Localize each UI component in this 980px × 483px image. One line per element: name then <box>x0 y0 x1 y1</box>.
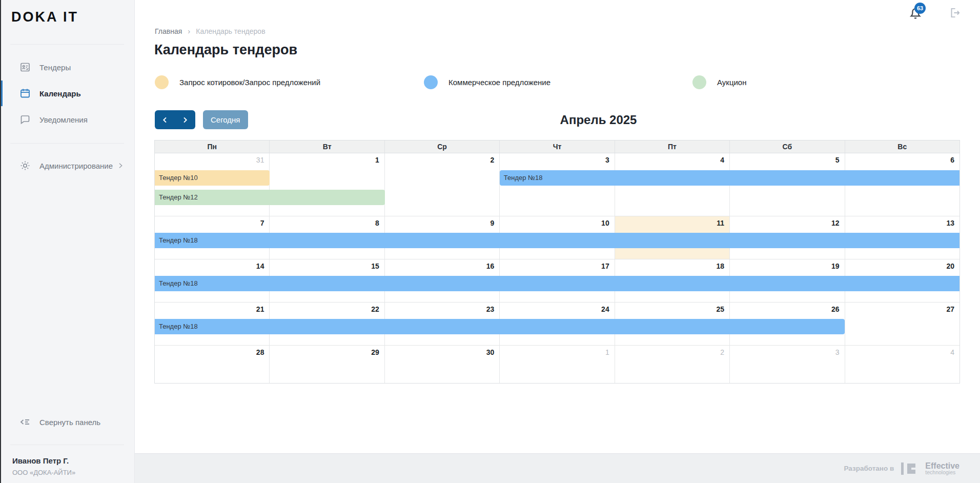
legend-dot-quote <box>155 75 169 89</box>
day-number: 4 <box>950 348 954 356</box>
sidebar: DOKA IT Тендеры Календарь <box>0 0 135 483</box>
chevron-right-icon <box>116 162 125 170</box>
day-number: 30 <box>486 348 495 356</box>
day-number: 25 <box>717 305 725 313</box>
day-number: 22 <box>371 305 379 313</box>
day-number: 16 <box>486 262 495 270</box>
day-cell[interactable]: 1 <box>500 346 615 383</box>
tenders-icon <box>19 61 31 73</box>
day-number: 28 <box>256 348 264 356</box>
day-number: 1 <box>605 348 609 356</box>
day-number: 13 <box>946 219 954 227</box>
calendar-event[interactable]: Тендер №18 <box>155 233 959 248</box>
day-number: 12 <box>831 219 840 227</box>
day-number: 8 <box>375 219 379 227</box>
day-cell[interactable]: 27 <box>845 303 959 345</box>
calendar-event[interactable]: Тендер №18 <box>155 319 845 334</box>
sidebar-item-calendar[interactable]: Календарь <box>0 80 135 106</box>
calendar-week-row: 21222324252627Тендер №18 <box>155 303 959 346</box>
calendar-grid: ПнВтСрЧтПтСбВс 31123456Тендер №10Тендер … <box>154 140 960 384</box>
day-number: 27 <box>946 305 954 313</box>
developed-by-label: Разработано в <box>844 465 894 472</box>
day-cell[interactable]: 2 <box>615 346 730 383</box>
prev-month-button[interactable] <box>155 110 175 129</box>
day-number: 17 <box>601 262 609 270</box>
calendar-event[interactable]: Тендер №10 <box>155 170 270 186</box>
day-number: 19 <box>831 262 840 270</box>
weekday-label: Сб <box>730 140 845 153</box>
brand-subtitle: technologies <box>925 470 959 475</box>
day-number: 24 <box>601 305 609 313</box>
notifications-icon <box>19 113 31 126</box>
weekday-label: Вт <box>270 140 384 153</box>
day-number: 5 <box>835 156 840 164</box>
day-cell[interactable]: 30 <box>385 346 500 383</box>
day-number: 9 <box>490 219 494 227</box>
day-cell[interactable]: 28 <box>155 346 270 383</box>
day-number: 1 <box>375 156 379 164</box>
legend-item-auction: Аукцион <box>692 75 747 89</box>
day-number: 26 <box>831 305 840 313</box>
day-number: 3 <box>835 348 840 356</box>
day-number: 11 <box>717 219 724 227</box>
footer: Разработано в Effective technologies <box>135 453 980 483</box>
sidebar-item-label: Уведомления <box>39 115 88 124</box>
calendar-event[interactable]: Тендер №18 <box>500 170 959 186</box>
page-title: Календарь тендеров <box>154 42 297 58</box>
day-cell[interactable]: 1 <box>270 153 384 216</box>
user-name: Иванов Петр Г. <box>12 456 75 465</box>
legend-dot-auction <box>692 75 706 89</box>
weekday-label: Ср <box>385 140 500 153</box>
day-number: 2 <box>720 348 724 356</box>
day-number: 3 <box>605 156 609 164</box>
sidebar-item-label: Календарь <box>39 89 81 98</box>
day-number: 18 <box>717 262 725 270</box>
weekday-label: Пт <box>615 140 730 153</box>
chevron-left-icon <box>161 116 169 124</box>
sidebar-item-label: Тендеры <box>39 63 71 72</box>
day-number: 7 <box>260 219 264 227</box>
day-number: 15 <box>371 262 379 270</box>
window-edge <box>0 0 1 483</box>
calendar-week-row: 78910111213Тендер №18 <box>155 216 959 259</box>
calendar-controls: Сегодня Апрель 2025 <box>155 110 959 129</box>
logout-button[interactable] <box>948 6 962 19</box>
day-cell[interactable]: 2 <box>385 153 500 216</box>
next-month-button[interactable] <box>175 110 196 129</box>
breadcrumb: Главная › Календарь тендеров <box>155 27 266 35</box>
calendar-event[interactable]: Тендер №12 <box>155 190 385 205</box>
brand-mark-icon <box>901 462 921 475</box>
day-number: 23 <box>486 305 495 313</box>
effective-technologies-logo: Effective technologies <box>901 462 959 475</box>
divider <box>10 44 124 45</box>
sidebar-item-notifications[interactable]: Уведомления <box>0 107 135 132</box>
day-number: 6 <box>950 156 954 164</box>
notifications-button[interactable]: 63 <box>908 5 925 23</box>
calendar-icon <box>19 87 31 99</box>
day-number: 20 <box>946 262 954 270</box>
weekday-label: Чт <box>500 140 615 153</box>
sidebar-item-administration[interactable]: Администрирование <box>0 153 135 178</box>
day-cell[interactable]: 4 <box>845 346 959 383</box>
day-number: 29 <box>371 348 379 356</box>
weekday-label: Пн <box>155 140 270 153</box>
collapse-panel-button[interactable]: Свернуть панель <box>0 409 135 435</box>
breadcrumb-separator-icon: › <box>188 27 190 35</box>
day-number: 2 <box>490 156 494 164</box>
notifications-badge: 63 <box>914 3 926 14</box>
logout-icon <box>948 6 962 19</box>
legend-item-quote: Запрос котировок/Запрос предложений <box>155 75 320 89</box>
day-cell[interactable]: 29 <box>270 346 384 383</box>
sidebar-item-tenders[interactable]: Тендеры <box>0 54 135 80</box>
brand-name: Effective <box>925 462 959 470</box>
breadcrumb-current: Календарь тендеров <box>196 27 265 35</box>
divider <box>10 143 124 144</box>
weekday-label: Вс <box>845 140 959 153</box>
main-content: 63 Главная › Календарь тендеров Календар… <box>135 0 980 483</box>
breadcrumb-home-link[interactable]: Главная <box>155 27 182 35</box>
day-cell[interactable]: 3 <box>730 346 845 383</box>
day-number: 4 <box>720 156 724 164</box>
day-number: 14 <box>256 262 264 270</box>
calendar-weeks: 31123456Тендер №10Тендер №18Тендер №1278… <box>155 153 959 383</box>
calendar-event[interactable]: Тендер №18 <box>155 276 959 291</box>
